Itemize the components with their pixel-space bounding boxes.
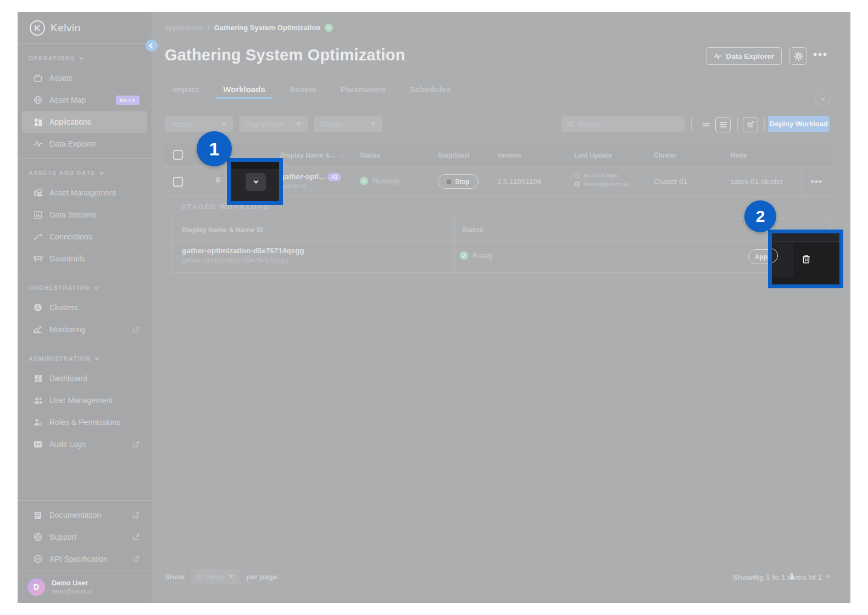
workload-version: 1.0.11051108	[497, 177, 542, 186]
sidebar-item-connections[interactable]: Connections	[22, 226, 147, 248]
sidebar-item-label: User Management	[49, 396, 113, 405]
filter-app-version[interactable]: App Version	[240, 116, 308, 132]
sidebar-item-label: Audit Logs	[49, 440, 86, 449]
tab-assets[interactable]: Assets	[282, 81, 324, 99]
more-actions-button[interactable]: •••	[813, 48, 828, 61]
monitoring-icon	[33, 325, 43, 334]
sidebar-item-roles-permissions[interactable]: Roles & Permissions	[22, 411, 147, 433]
sidebar-item-data-streams[interactable]: Data Streams	[22, 204, 147, 226]
chevron-down-icon	[79, 55, 83, 59]
guardrails-icon	[33, 254, 43, 264]
data-explorer-button[interactable]: Data Explorer	[706, 47, 782, 65]
table-settings-button[interactable]	[743, 117, 758, 132]
sidebar-item-api-specification[interactable]: API Specification	[22, 548, 147, 570]
sidebar-item-assets[interactable]: Assets	[22, 67, 147, 89]
sidebar-item-clusters[interactable]: Clusters	[22, 297, 147, 318]
sidebar-item-label: Roles & Permissions	[49, 418, 120, 427]
sidebar-item-applications[interactable]: Applications	[22, 111, 147, 133]
column-node: Node	[731, 152, 747, 159]
expand-row-button[interactable]	[246, 173, 266, 191]
column-stop-start: Stop/Start	[438, 152, 469, 159]
search-input[interactable]	[578, 120, 679, 128]
sidebar-item-data-explorer[interactable]: Data Explorer	[22, 133, 147, 155]
filter-cluster[interactable]: Cluster	[314, 116, 382, 132]
column-cluster: Cluster	[654, 152, 676, 159]
chevron-down-icon	[821, 96, 825, 100]
sidebar-item-dashboard[interactable]: Dashboard	[22, 367, 147, 389]
user-profile[interactable]: D Demo User demo@kelvin.ai	[18, 570, 152, 603]
section-collapse-button[interactable]	[815, 91, 831, 107]
sidebar-item-label: Asset Management	[49, 188, 116, 197]
column-status: Status	[360, 152, 380, 159]
annotation-badge-2: 2	[744, 200, 776, 232]
sidebar-item-guardrails[interactable]: Guardrails	[22, 248, 147, 270]
breadcrumb-parent[interactable]: Applications	[165, 24, 203, 32]
sidebar-item-support[interactable]: Support	[22, 526, 147, 548]
audit-logs-icon	[33, 439, 43, 449]
sidebar-item-label: Support	[49, 533, 76, 541]
sort-icon[interactable]: ↓↑	[338, 152, 344, 159]
sidebar-item-user-management[interactable]: User Management	[22, 389, 147, 411]
avatar: D	[27, 578, 45, 596]
section-header-assets-and-data[interactable]: ASSETS AND DATA	[18, 169, 152, 177]
logo-name: Kelvin	[51, 22, 81, 34]
tab-impact[interactable]: Impact	[165, 81, 207, 99]
sidebar-item-asset-map[interactable]: Asset Map BETA	[22, 89, 147, 111]
trash-icon	[802, 254, 810, 264]
show-label: Show	[165, 573, 185, 581]
staged-display-name: gather-optimization-d5e76714qsgg	[182, 247, 304, 255]
column-display-name[interactable]: Display Name &...↓↑	[280, 152, 344, 159]
sidebar-item-label: Data Streams	[49, 210, 97, 219]
pagination-controls: « ‹ 1 › »	[754, 571, 830, 580]
deploy-workload-button[interactable]: Deploy Workload	[768, 116, 830, 132]
api-spec-icon	[33, 554, 43, 564]
staged-table-header: Display Name & Name ID Status Action	[172, 219, 830, 241]
section-header-administration[interactable]: ADMINISTRATION	[18, 354, 152, 363]
sidebar-item-monitoring[interactable]: Monitoring	[22, 318, 147, 340]
clock-icon	[574, 172, 580, 178]
breadcrumb: Applications / Gathering System Optimiza…	[165, 24, 333, 32]
pin-icon[interactable]	[214, 177, 221, 186]
page-size-control: Show 32 items per page	[165, 569, 277, 584]
row-actions-button[interactable]: •••	[811, 176, 822, 187]
section-header-operations[interactable]: OPERATIONS	[18, 54, 152, 63]
documentation-icon	[33, 510, 43, 520]
breadcrumb-current: Gathering System Optimization	[214, 24, 321, 32]
stop-button[interactable]: Stop	[438, 174, 478, 189]
gear-icon	[794, 52, 803, 61]
user-gear-icon	[33, 417, 43, 427]
prev-page-button[interactable]: ‹	[772, 571, 775, 580]
tab-workloads[interactable]: Workloads	[215, 81, 272, 99]
workload-display-name[interactable]: gather-opti...	[280, 172, 325, 181]
compact-view-button[interactable]	[699, 118, 713, 132]
sidebar-collapse-button[interactable]	[146, 40, 158, 52]
current-page[interactable]: 1	[789, 571, 794, 580]
page-size-select[interactable]: 32 items	[191, 569, 240, 584]
sidebar-item-documentation[interactable]: Documentation	[22, 504, 147, 526]
select-all-checkbox[interactable]	[173, 150, 183, 160]
highlight-shade	[231, 162, 279, 169]
next-page-button[interactable]: ›	[809, 571, 811, 580]
section-header-orchestration[interactable]: ORCHESTRATION	[18, 283, 152, 292]
last-page-button[interactable]: »	[826, 571, 830, 580]
logo[interactable]: K Kelvin	[18, 12, 152, 44]
support-icon	[33, 532, 43, 542]
row-checkbox[interactable]	[173, 177, 183, 187]
filter-status[interactable]: Status	[165, 116, 233, 132]
waveform-icon	[714, 53, 722, 60]
tab-parameters[interactable]: Parameters	[333, 81, 393, 99]
workload-last-update: an hour ago demo@kelvin.ai	[574, 172, 628, 187]
more-count-badge[interactable]: +1	[327, 173, 341, 181]
ellipsis-icon: •••	[811, 176, 822, 187]
app-window: K Kelvin OPERATIONS Assets Asset Map BET…	[18, 12, 850, 603]
sidebar-item-audit-logs[interactable]: Audit Logs	[22, 433, 147, 455]
breadcrumb-separator: /	[208, 24, 210, 32]
ready-check-icon: ✓	[460, 251, 468, 260]
first-page-button[interactable]: «	[754, 571, 758, 580]
tab-schedules[interactable]: Schedules	[402, 81, 459, 99]
detailed-list-icon	[720, 121, 727, 128]
sidebar-item-asset-management[interactable]: Asset Management	[22, 182, 147, 204]
settings-gear-button[interactable]	[789, 47, 807, 65]
delete-staged-workload-button[interactable]	[798, 250, 814, 267]
detailed-view-button[interactable]	[715, 117, 731, 132]
